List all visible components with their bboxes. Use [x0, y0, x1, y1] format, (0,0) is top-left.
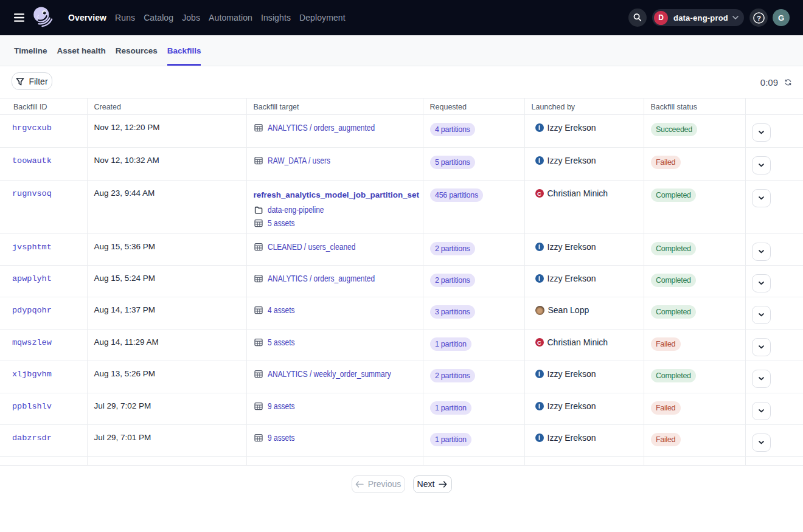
- svg-text:?: ?: [756, 14, 760, 21]
